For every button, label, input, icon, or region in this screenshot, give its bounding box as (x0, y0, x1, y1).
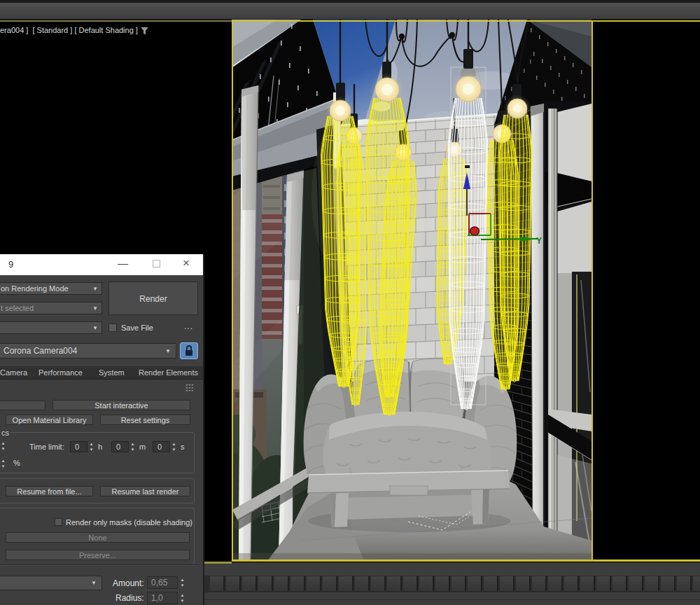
svg-text:Y: Y (536, 236, 542, 246)
